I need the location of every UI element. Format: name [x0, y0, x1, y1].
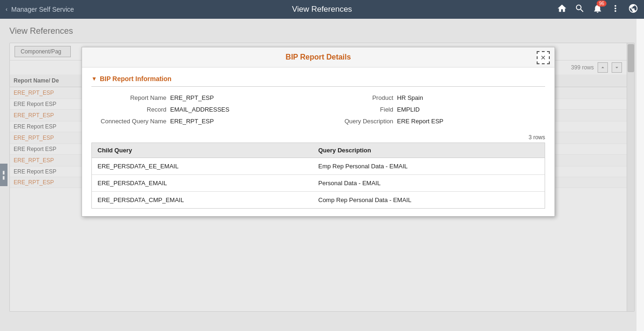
modal-body: ▼ BIP Report Information Report Name ERE…	[82, 68, 554, 216]
child-table-header: Child Query Query Description	[92, 143, 545, 158]
section-header: ▼ BIP Report Information	[91, 75, 545, 87]
info-left-col-3: Connected Query Name ERE_RPT_ESP	[91, 118, 318, 125]
notification-button[interactable]: 96	[592, 3, 603, 16]
info-left-col-2: Record EMAIL_ADDRESSES	[91, 106, 318, 113]
record-label: Record	[91, 106, 166, 113]
child-table-rows-count: 3 rows	[91, 134, 545, 141]
connected-query-value: ERE_RPT_ESP	[170, 118, 214, 125]
info-right-col-2: Field EMPLID	[318, 106, 545, 113]
modal-header: BIP Report Details ✕	[82, 47, 554, 68]
info-right-col-3: Query Description ERE Report ESP	[318, 118, 545, 125]
field-row: Field EMPLID	[318, 106, 545, 113]
query-desc-value: ERE Report ESP	[397, 118, 443, 125]
nav-actions: 96	[557, 3, 638, 16]
report-name-label: Report Name	[91, 94, 166, 101]
modal-close-button[interactable]: ✕	[537, 51, 550, 64]
connected-query-label: Connected Query Name	[91, 118, 166, 125]
home-button[interactable]	[557, 3, 567, 16]
page-content: ▮▮ View References Component/Pag 399 row…	[0, 19, 644, 331]
info-right-col: Product HR Spain	[318, 94, 545, 101]
query-desc-label: Query Description	[318, 118, 393, 125]
back-nav-label: Manager Self Service	[11, 6, 74, 13]
report-name-value: ERE_RPT_ESP	[170, 94, 214, 101]
query-desc-cell: Emp Rep Personal Data - EMAIL	[318, 163, 539, 170]
child-query-cell: ERE_PERSDATA_EMAIL	[97, 180, 318, 187]
notification-count: 96	[597, 0, 607, 7]
back-nav[interactable]: ‹ Manager Self Service	[6, 6, 74, 13]
field-label: Field	[318, 106, 393, 113]
child-query-col-header: Child Query	[97, 147, 318, 154]
section-title: BIP Report Information	[100, 75, 172, 83]
info-grid: Report Name ERE_RPT_ESP Product HR Spain	[91, 94, 545, 125]
back-chevron-icon: ‹	[6, 6, 7, 13]
section-triangle-icon: ▼	[91, 75, 97, 82]
connected-query-row: Connected Query Name ERE_RPT_ESP	[91, 118, 318, 125]
query-desc-cell: Personal Data - EMAIL	[318, 180, 539, 187]
bip-report-modal: BIP Report Details ✕ ▼ BIP Report Inform…	[82, 47, 555, 217]
field-value: EMPLID	[397, 106, 419, 113]
record-row: Record EMAIL_ADDRESSES	[91, 106, 318, 113]
top-navigation: ‹ Manager Self Service View References 9…	[0, 0, 644, 19]
report-name-row: Report Name ERE_RPT_ESP	[91, 94, 318, 101]
search-button[interactable]	[575, 3, 585, 16]
modal-title: BIP Report Details	[285, 53, 351, 61]
record-value: EMAIL_ADDRESSES	[170, 106, 229, 113]
modal-overlay: BIP Report Details ✕ ▼ BIP Report Inform…	[0, 19, 637, 331]
close-icon: ✕	[540, 54, 546, 61]
info-left-col: Report Name ERE_RPT_ESP	[91, 94, 318, 101]
child-query-cell: ERE_PERSDATA_EE_EMAIL	[97, 163, 318, 170]
product-label: Product	[318, 94, 393, 101]
globe-button[interactable]	[628, 3, 638, 16]
query-desc-col-header: Query Description	[318, 147, 539, 154]
query-desc-cell: Comp Rep Personal Data - EMAIL	[318, 196, 539, 203]
child-table-row: ERE_PERSDATA_EMAIL Personal Data - EMAIL	[92, 175, 545, 192]
child-query-cell: ERE_PERSDATA_CMP_EMAIL	[97, 196, 318, 203]
query-desc-row: Query Description ERE Report ESP	[318, 118, 545, 125]
child-query-table: Child Query Query Description ERE_PERSDA…	[91, 143, 545, 209]
product-row: Product HR Spain	[318, 94, 545, 101]
child-table-row: ERE_PERSDATA_CMP_EMAIL Comp Rep Personal…	[92, 192, 545, 208]
more-options-button[interactable]	[610, 3, 621, 16]
page-header-title: View References	[292, 5, 352, 14]
child-table-row: ERE_PERSDATA_EE_EMAIL Emp Rep Personal D…	[92, 158, 545, 175]
product-value: HR Spain	[397, 94, 423, 101]
